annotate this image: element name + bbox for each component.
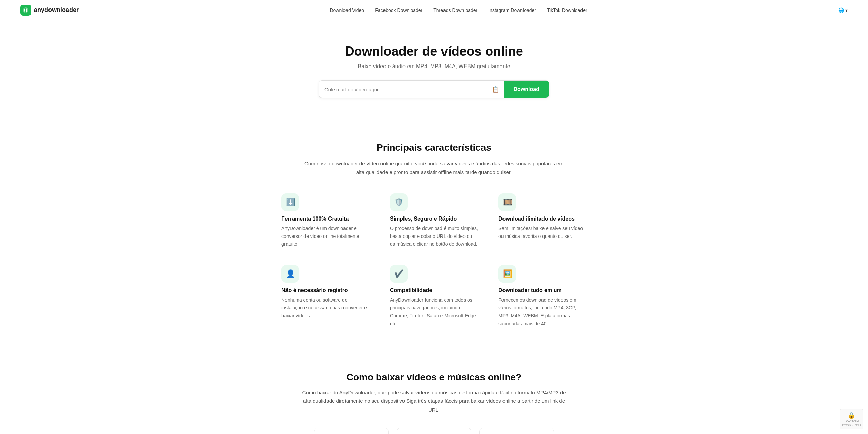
feature-title-3: Não é necessário registro [281, 287, 370, 294]
feature-title-4: Compatibilidade [390, 287, 478, 294]
recaptcha-label: reCAPTCHA [844, 420, 859, 423]
film-icon: 🎞️ [503, 198, 512, 207]
features-description: Com nosso downloader de vídeo online gra… [302, 159, 566, 176]
lang-chevron: ▾ [845, 7, 848, 13]
howto-cards [20, 428, 848, 434]
feature-icon-3: 👤 [281, 265, 299, 283]
feature-icon-2: 🎞️ [498, 193, 516, 211]
feature-icon-5: 🖼️ [498, 265, 516, 283]
feature-title-1: Simples, Seguro e Rápido [390, 216, 478, 222]
svg-rect-3 [25, 8, 26, 13]
language-button[interactable]: 🌐 ▾ [838, 7, 848, 13]
logo-link[interactable]: anydownloader [20, 5, 79, 16]
nav-tiktok[interactable]: TikTok Downloader [547, 7, 587, 13]
recaptcha-subtext: Privacy - Terms [842, 423, 861, 427]
clipboard-icon[interactable]: 📋 [487, 86, 504, 93]
download-icon: ⬇️ [286, 198, 295, 207]
howto-title: Como baixar vídeos e músicas online? [20, 372, 848, 383]
feature-desc-4: AnyDownloader funciona com todos os prin… [390, 296, 478, 327]
hero-section: Downloader de vídeos online Baixe vídeo … [0, 20, 868, 118]
recaptcha-badge: 🔒 reCAPTCHA Privacy - Terms [840, 409, 863, 429]
feature-item-3: 👤 Não é necessário registro Nenhuma cont… [281, 265, 370, 327]
hero-title: Downloader de vídeos online [7, 44, 861, 59]
feature-item-4: ✔️ Compatibilidade AnyDownloader funcion… [390, 265, 478, 327]
hero-subtitle: Baixe vídeo e áudio em MP4, MP3, M4A, WE… [7, 63, 861, 70]
howto-card-1 [314, 428, 389, 434]
feature-title-0: Ferramenta 100% Gratuita [281, 216, 370, 222]
feature-title-5: Downloader tudo em um [498, 287, 587, 294]
navbar: anydownloader Download Video Facebook Do… [0, 0, 868, 20]
feature-desc-5: Fornecemos download de vídeos em vários … [498, 296, 587, 327]
howto-card-2 [397, 428, 471, 434]
howto-description: Como baixar do AnyDownloader, que pode s… [302, 388, 566, 414]
user-icon: 👤 [286, 269, 295, 278]
brand-name: anydownloader [34, 6, 79, 14]
features-title: Principais características [20, 142, 848, 153]
howto-section: Como baixar vídeos e músicas online? Com… [0, 348, 868, 434]
nav-facebook[interactable]: Facebook Downloader [375, 7, 422, 13]
nav-download-video[interactable]: Download Video [330, 7, 364, 13]
nav-instagram[interactable]: Instagram Downloader [488, 7, 536, 13]
feature-desc-0: AnyDownloader é um downloader e converso… [281, 225, 370, 248]
logo-icon [20, 5, 31, 16]
check-icon: ✔️ [394, 269, 403, 278]
feature-icon-0: ⬇️ [281, 193, 299, 211]
feature-item-5: 🖼️ Downloader tudo em um Fornecemos down… [498, 265, 587, 327]
howto-card-3 [479, 428, 554, 434]
feature-desc-1: O processo de download é muito simples, … [390, 225, 478, 248]
feature-desc-3: Nenhuma conta ou software de instalação … [281, 296, 370, 320]
feature-icon-1: 🛡️ [390, 193, 408, 211]
feature-desc-2: Sem limitações! baixe e salve seu vídeo … [498, 225, 587, 240]
gallery-icon: 🖼️ [503, 269, 512, 278]
feature-item-2: 🎞️ Download ilimitado de vídeos Sem limi… [498, 193, 587, 248]
features-grid: ⬇️ Ferramenta 100% Gratuita AnyDownloade… [281, 193, 587, 328]
feature-icon-4: ✔️ [390, 265, 408, 283]
features-section: Principais características Com nosso dow… [0, 118, 868, 348]
url-input[interactable] [319, 81, 487, 98]
shield-icon: 🛡️ [394, 198, 403, 207]
search-bar: 📋 Download [319, 80, 549, 98]
nav-threads[interactable]: Threads Downloader [433, 7, 477, 13]
recaptcha-icon: 🔒 [848, 412, 855, 419]
globe-icon: 🌐 [838, 7, 844, 13]
download-button[interactable]: Download [504, 81, 549, 98]
feature-item-1: 🛡️ Simples, Seguro e Rápido O processo d… [390, 193, 478, 248]
feature-title-2: Download ilimitado de vídeos [498, 216, 587, 222]
feature-item-0: ⬇️ Ferramenta 100% Gratuita AnyDownloade… [281, 193, 370, 248]
nav-links: Download Video Facebook Downloader Threa… [330, 7, 587, 13]
